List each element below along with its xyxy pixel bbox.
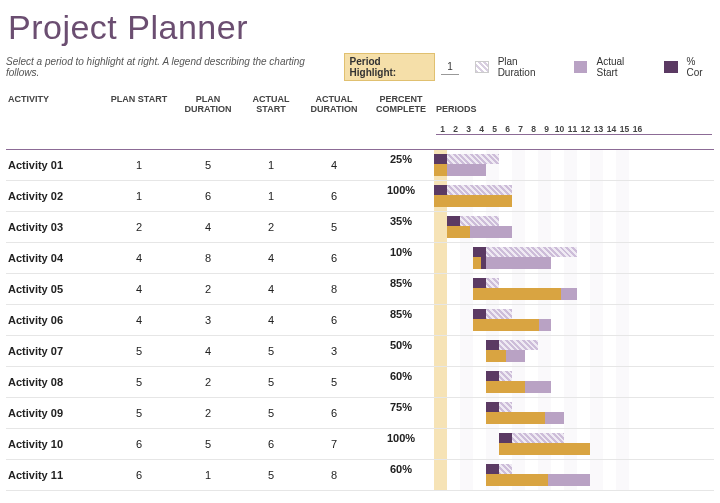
- percent-cell[interactable]: 85%: [368, 274, 434, 305]
- plan-duration-cell[interactable]: 8: [174, 243, 242, 274]
- actual-start-cell[interactable]: 4: [242, 243, 300, 274]
- activity-cell[interactable]: Activity 01: [6, 150, 104, 181]
- percent-bar: [486, 412, 545, 424]
- plan-duration-cell[interactable]: 1: [174, 460, 242, 491]
- activity-cell[interactable]: Activity 08: [6, 367, 104, 398]
- actual-duration-cell[interactable]: 5: [300, 212, 368, 243]
- period-tick: 4: [475, 125, 488, 134]
- actual-start-cell[interactable]: 5: [242, 398, 300, 429]
- percent-bar: [473, 319, 539, 331]
- plan-duration-cell[interactable]: 5: [174, 429, 242, 460]
- plan-duration-cell[interactable]: 5: [174, 150, 242, 181]
- plan-duration-cell[interactable]: 3: [174, 305, 242, 336]
- percent-cell[interactable]: 25%: [368, 150, 434, 181]
- plan-start-cell[interactable]: 1: [104, 150, 174, 181]
- activity-cell[interactable]: Activity 11: [6, 460, 104, 491]
- actual-duration-cell[interactable]: 8: [300, 460, 368, 491]
- plan-start-cell[interactable]: 5: [104, 398, 174, 429]
- percent-cell[interactable]: 100%: [368, 429, 434, 460]
- period-tick: 6: [501, 125, 514, 134]
- activity-cell[interactable]: Activity 06: [6, 305, 104, 336]
- percent-cell[interactable]: 75%: [368, 398, 434, 429]
- actual-duration-cell[interactable]: 7: [300, 429, 368, 460]
- activity-cell[interactable]: Activity 05: [6, 274, 104, 305]
- plan-duration-cell[interactable]: 2: [174, 398, 242, 429]
- col-plan-duration: PLAN DURATION: [174, 93, 242, 149]
- period-tick: 14: [605, 125, 618, 134]
- actual-duration-cell[interactable]: 5: [300, 367, 368, 398]
- plan-duration-cell[interactable]: 2: [174, 274, 242, 305]
- gantt-row: [434, 243, 714, 274]
- actual-start-cell[interactable]: 4: [242, 305, 300, 336]
- actual-start-cell[interactable]: 6: [242, 429, 300, 460]
- percent-bar: [486, 350, 506, 362]
- actual-start-cell[interactable]: 1: [242, 181, 300, 212]
- percent-cell[interactable]: 50%: [368, 336, 434, 367]
- actual-duration-cell[interactable]: 4: [300, 150, 368, 181]
- actual-duration-cell[interactable]: 6: [300, 243, 368, 274]
- plan-start-cell[interactable]: 1: [104, 181, 174, 212]
- periods-label: PERIODS: [436, 105, 712, 115]
- percent-cell[interactable]: 10%: [368, 243, 434, 274]
- percent-cell[interactable]: 60%: [368, 460, 434, 491]
- actual-start-cell[interactable]: 5: [242, 336, 300, 367]
- legend-pct-label: % Cor: [687, 56, 715, 78]
- actual-start-cell[interactable]: 2: [242, 212, 300, 243]
- plan-duration-cell[interactable]: 4: [174, 336, 242, 367]
- percent-cell[interactable]: 35%: [368, 212, 434, 243]
- percent-bar: [486, 474, 548, 486]
- percent-cell[interactable]: 60%: [368, 367, 434, 398]
- plan-duration-cell[interactable]: 4: [174, 212, 242, 243]
- plan-start-cell[interactable]: 4: [104, 274, 174, 305]
- actual-start-cell[interactable]: 4: [242, 274, 300, 305]
- period-tick: 8: [527, 125, 540, 134]
- period-tick: 10: [553, 125, 566, 134]
- percent-bar: [473, 288, 561, 300]
- plan-bar: [499, 464, 512, 474]
- activity-cell[interactable]: Activity 10: [6, 429, 104, 460]
- actual-duration-cell[interactable]: 6: [300, 305, 368, 336]
- period-highlight-input[interactable]: 1: [441, 59, 459, 75]
- col-percent-complete: PERCENT COMPLETE: [368, 93, 434, 149]
- percent-cell[interactable]: 100%: [368, 181, 434, 212]
- period-highlight-label: Period Highlight:: [344, 53, 436, 81]
- activity-cell[interactable]: Activity 03: [6, 212, 104, 243]
- actual-start-cell[interactable]: 5: [242, 367, 300, 398]
- gantt-row: [434, 305, 714, 336]
- plan-start-cell[interactable]: 5: [104, 367, 174, 398]
- percent-bar: [434, 164, 447, 176]
- activity-cell[interactable]: Activity 07: [6, 336, 104, 367]
- activity-cell[interactable]: Activity 09: [6, 398, 104, 429]
- activity-cell[interactable]: Activity 02: [6, 181, 104, 212]
- actual-duration-cell[interactable]: 6: [300, 181, 368, 212]
- plan-bar: [473, 247, 577, 257]
- plan-start-cell[interactable]: 4: [104, 305, 174, 336]
- gantt-row: [434, 460, 714, 491]
- actual-duration-cell[interactable]: 6: [300, 398, 368, 429]
- actual-start-cell[interactable]: 1: [242, 150, 300, 181]
- plan-duration-cell[interactable]: 2: [174, 367, 242, 398]
- percent-cell[interactable]: 85%: [368, 305, 434, 336]
- plan-start-cell[interactable]: 4: [104, 243, 174, 274]
- actual-start-cell[interactable]: 5: [242, 460, 300, 491]
- gantt-row: [434, 181, 714, 212]
- plan-duration-cell[interactable]: 6: [174, 181, 242, 212]
- hint-text: Select a period to highlight at right. A…: [6, 56, 338, 78]
- percent-bar: [499, 443, 590, 455]
- plan-start-cell[interactable]: 2: [104, 212, 174, 243]
- legend-plan-label: Plan Duration: [498, 56, 558, 78]
- col-actual-start: ACTUAL START: [242, 93, 300, 149]
- page-title: Project Planner: [8, 8, 714, 47]
- actual-duration-cell[interactable]: 3: [300, 336, 368, 367]
- gantt-row: [434, 212, 714, 243]
- legend-swatch-pct: [664, 61, 678, 73]
- plan-start-cell[interactable]: 6: [104, 460, 174, 491]
- col-plan-start: PLAN START: [104, 93, 174, 149]
- activity-cell[interactable]: Activity 04: [6, 243, 104, 274]
- plan-start-cell[interactable]: 5: [104, 336, 174, 367]
- legend-swatch-actual: [574, 61, 588, 73]
- legend-swatch-plan: [475, 61, 489, 73]
- actual-duration-cell[interactable]: 8: [300, 274, 368, 305]
- plan-start-cell[interactable]: 6: [104, 429, 174, 460]
- gantt-row: [434, 398, 714, 429]
